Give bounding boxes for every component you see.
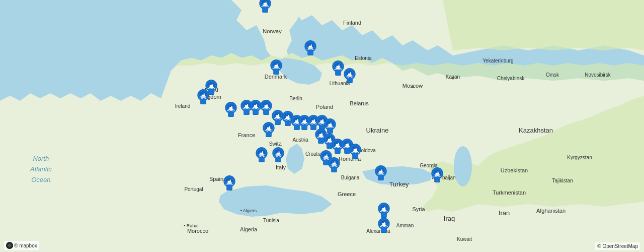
map-marker-29[interactable]: [375, 165, 387, 180]
map-marker-2[interactable]: [332, 60, 344, 76]
svg-rect-78: [327, 154, 328, 156]
map-marker-7[interactable]: [225, 102, 237, 117]
attribution-right: © OpenStreetMap: [595, 242, 640, 250]
map-marker-31[interactable]: [378, 203, 390, 218]
svg-rect-24: [204, 93, 205, 95]
map-attribution: © mapbox: [4, 241, 39, 250]
map-marker-12[interactable]: [263, 122, 275, 137]
mapbox-logo: © mapbox: [6, 242, 37, 249]
map-marker-3[interactable]: [344, 68, 356, 83]
map-marker-28[interactable]: [223, 175, 235, 191]
svg-rect-81: [335, 161, 336, 163]
svg-rect-27: [231, 106, 232, 107]
svg-rect-60: [331, 122, 332, 124]
svg-rect-72: [348, 143, 349, 144]
map-marker-26[interactable]: [256, 147, 268, 162]
svg-rect-9: [311, 44, 312, 46]
map-marker-25[interactable]: [328, 157, 340, 172]
svg-rect-96: [438, 171, 439, 173]
map-marker-1[interactable]: [304, 40, 316, 55]
svg-rect-66: [330, 138, 331, 139]
svg-rect-42: [269, 126, 270, 128]
svg-rect-87: [279, 151, 280, 153]
map-marker-30[interactable]: [431, 167, 443, 182]
map-marker-6[interactable]: [197, 89, 209, 104]
svg-rect-15: [350, 72, 351, 74]
svg-rect-51: [305, 119, 306, 120]
map-marker-0[interactable]: [259, 0, 271, 13]
svg-rect-84: [262, 151, 263, 153]
svg-rect-39: [278, 114, 279, 115]
svg-rect-45: [288, 115, 289, 116]
city-dot-moscow: [412, 86, 414, 88]
svg-rect-18: [277, 64, 278, 65]
svg-rect-75: [356, 148, 357, 149]
svg-point-1: [454, 146, 472, 186]
svg-rect-93: [381, 169, 382, 171]
svg-rect-63: [321, 133, 323, 134]
svg-point-3: [7, 243, 12, 248]
map-marker-23[interactable]: [349, 144, 361, 159]
svg-rect-69: [338, 143, 339, 144]
svg-rect-102: [384, 222, 385, 223]
svg-rect-90: [230, 179, 231, 181]
map-container: Norway Finland Estonia UnitedKingdom Ire…: [0, 0, 644, 252]
svg-rect-57: [323, 119, 324, 120]
map-marker-4[interactable]: [270, 59, 282, 75]
svg-rect-33: [256, 104, 257, 105]
map-marker-27[interactable]: [272, 147, 284, 162]
svg-rect-99: [384, 207, 385, 208]
svg-rect-54: [314, 119, 315, 120]
svg-rect-36: [267, 104, 268, 105]
map-marker-10[interactable]: [260, 100, 272, 115]
svg-rect-6: [266, 2, 267, 3]
svg-rect-12: [339, 65, 340, 66]
svg-rect-30: [247, 104, 248, 105]
svg-rect-21: [212, 84, 213, 85]
city-dot-kazan: [452, 77, 454, 80]
map-marker-32[interactable]: [378, 218, 390, 233]
